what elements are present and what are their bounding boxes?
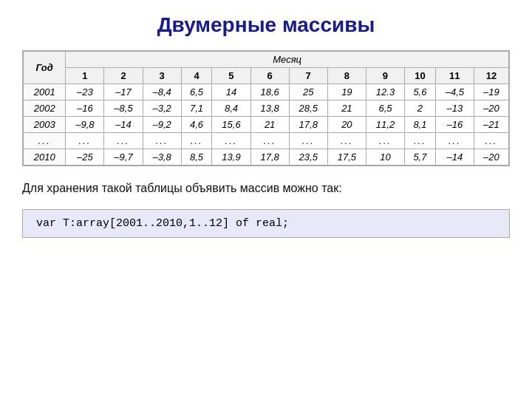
data-cell: –9,2 (143, 117, 181, 133)
data-cell: –13 (435, 100, 474, 117)
table-row: 2003–9,8–14–9,24,615,62117,82011,28,1–16… (24, 117, 509, 133)
data-cell: –3,2 (143, 100, 181, 117)
data-cell: –16 (435, 117, 474, 133)
month-col-header: 8 (327, 68, 366, 84)
data-table: Год Месяц 123456789101112 2001–23–17–8,4… (23, 51, 509, 166)
data-cell: ... (405, 133, 436, 149)
data-cell: 17,5 (327, 149, 366, 166)
month-col-header: 2 (104, 68, 143, 84)
data-cell: 11,2 (366, 117, 404, 133)
year-cell: 2001 (24, 84, 66, 100)
month-col-header: 12 (474, 68, 508, 84)
data-cell: 8,4 (212, 100, 250, 117)
data-cell: –23 (66, 84, 104, 100)
data-cell: 23,5 (289, 149, 327, 166)
month-col-header: 3 (143, 68, 181, 84)
data-cell: 2 (405, 100, 436, 117)
data-cell: 28,5 (289, 100, 327, 117)
month-col-header: 1 (66, 68, 104, 84)
data-cell: 17,8 (289, 117, 327, 133)
data-cell: ... (250, 133, 289, 149)
data-cell: 6,5 (181, 84, 212, 100)
data-cell: 10 (366, 149, 404, 166)
data-cell: ... (474, 133, 508, 149)
data-cell: 21 (250, 117, 289, 133)
month-col-header: 10 (405, 68, 436, 84)
table-row: 2001–23–17–8,46,51418,6251912.35,6–4,5–1… (24, 84, 509, 100)
data-cell: 13,9 (212, 149, 250, 166)
table-row: ....................................... (24, 133, 509, 149)
data-cell: 8,1 (405, 117, 436, 133)
data-cell: 12.3 (366, 84, 404, 100)
data-cell: 15,6 (212, 117, 250, 133)
data-cell: –20 (474, 149, 508, 166)
data-cell: –8,4 (143, 84, 181, 100)
table-row: 2010–25–9,7–3,88,513,917,823,517,5105,7–… (24, 149, 509, 166)
data-cell: –20 (474, 100, 508, 117)
month-col-header: 7 (289, 68, 327, 84)
data-cell: ... (104, 133, 143, 149)
data-cell: ... (181, 133, 212, 149)
year-cell: 2002 (24, 100, 66, 117)
data-cell: ... (435, 133, 474, 149)
month-col-header: 9 (366, 68, 404, 84)
table-row: 2002–16–8,5–3,27,18,413,828,5216,52–13–2… (24, 100, 509, 117)
year-cell: 2010 (24, 149, 66, 166)
data-cell: 17,8 (250, 149, 289, 166)
data-cell: 19 (327, 84, 366, 100)
code-block: var T:array[2001..2010,1..12] of real; (22, 209, 510, 238)
year-cell: ... (24, 133, 66, 149)
data-cell: ... (66, 133, 104, 149)
data-cell: 5,6 (405, 84, 436, 100)
year-header: Год (24, 52, 66, 84)
data-cell: 5,7 (405, 149, 436, 166)
data-cell: 7,1 (181, 100, 212, 117)
data-cell: –9,8 (66, 117, 104, 133)
data-cell: ... (143, 133, 181, 149)
data-cell: ... (366, 133, 404, 149)
data-cell: –19 (474, 84, 508, 100)
month-col-header: 4 (181, 68, 212, 84)
data-cell: –21 (474, 117, 508, 133)
data-cell: 25 (289, 84, 327, 100)
month-header: Месяц (66, 52, 509, 68)
data-cell: ... (327, 133, 366, 149)
data-cell: –25 (66, 149, 104, 166)
month-col-header: 5 (212, 68, 250, 84)
data-cell: 8,5 (181, 149, 212, 166)
data-cell: 14 (212, 84, 250, 100)
data-cell: 4,6 (181, 117, 212, 133)
month-col-header: 11 (435, 68, 474, 84)
data-table-wrapper: Год Месяц 123456789101112 2001–23–17–8,4… (22, 50, 510, 166)
data-cell: –8,5 (104, 100, 143, 117)
data-cell: ... (212, 133, 250, 149)
data-cell: ... (289, 133, 327, 149)
month-col-header: 6 (250, 68, 289, 84)
data-cell: 6,5 (366, 100, 404, 117)
data-cell: –14 (104, 117, 143, 133)
year-cell: 2003 (24, 117, 66, 133)
data-cell: 18,6 (250, 84, 289, 100)
data-cell: –16 (66, 100, 104, 117)
data-cell: 13,8 (250, 100, 289, 117)
data-cell: –17 (104, 84, 143, 100)
page: Двумерные массивы Год Месяц 123456789101… (0, 0, 532, 399)
data-cell: –3,8 (143, 149, 181, 166)
data-cell: 21 (327, 100, 366, 117)
data-cell: –9,7 (104, 149, 143, 166)
page-title: Двумерные массивы (22, 13, 510, 37)
data-cell: –4,5 (435, 84, 474, 100)
data-cell: –14 (435, 149, 474, 166)
description-text: Для хранения такой таблицы объявить масс… (22, 180, 510, 197)
data-cell: 20 (327, 117, 366, 133)
